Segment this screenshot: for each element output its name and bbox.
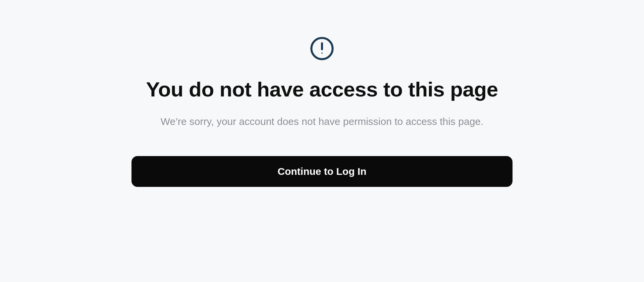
svg-point-2 <box>321 53 323 54</box>
access-denied-container: You do not have access to this page We’r… <box>0 0 644 187</box>
access-denied-heading: You do not have access to this page <box>146 77 498 101</box>
access-denied-subtext: We’re sorry, your account does not have … <box>161 116 484 127</box>
alert-circle-icon <box>309 36 335 61</box>
continue-login-button[interactable]: Continue to Log In <box>131 156 513 187</box>
